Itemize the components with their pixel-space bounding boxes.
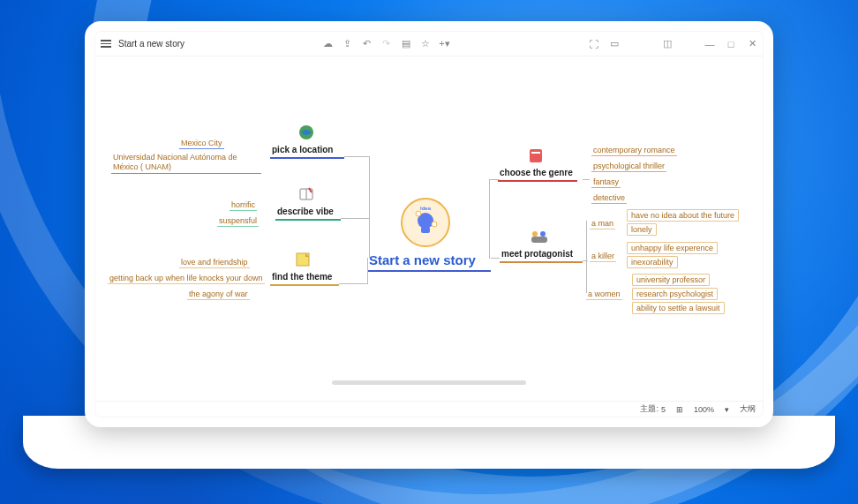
share-icon[interactable]: ⇪ (342, 39, 353, 49)
note-icon (295, 252, 311, 267)
svg-rect-1 (421, 227, 430, 233)
leaf-vibe-0[interactable]: horrific (230, 200, 257, 209)
status-topic: 主题: 5 (640, 403, 666, 415)
undo-icon[interactable]: ↶ (362, 39, 373, 49)
svg-rect-14 (531, 237, 547, 243)
leaf-killer-1[interactable]: inexorability (627, 258, 678, 267)
star-icon[interactable]: ☆ (420, 39, 431, 49)
window-title: Start a new story (118, 39, 184, 49)
leaf-women-1[interactable]: research psychologist (632, 290, 718, 298)
maximize-icon[interactable]: □ (726, 39, 736, 49)
leaf-killer-0[interactable]: unhappy life experence (627, 244, 718, 252)
book-icon (298, 186, 314, 202)
horizontal-scrollbar[interactable] (332, 380, 526, 385)
cloud-icon[interactable]: ☁ (323, 39, 334, 49)
svg-text:Idea: Idea (420, 206, 432, 211)
add-icon[interactable]: +▾ (440, 39, 450, 49)
leaf-genre-0[interactable]: contemporary romance (591, 146, 677, 154)
leaf-women-2[interactable]: ability to settle a lawsuit (632, 304, 725, 312)
minimize-icon[interactable]: — (704, 39, 715, 49)
svg-point-3 (432, 222, 437, 227)
present-icon[interactable]: ▭ (609, 39, 620, 49)
center-node[interactable]: Start a new story (369, 252, 476, 267)
status-outline[interactable]: 大纲 (740, 403, 756, 415)
topic-vibe[interactable]: describe vibe (277, 207, 334, 216)
close-icon[interactable]: ✕ (747, 39, 757, 49)
mindmap-canvas[interactable]: Idea Start a new story pick a location M… (95, 56, 763, 401)
statusbar: 主题: 5 ⊞ 100% ▾ 大纲 (95, 401, 763, 417)
svg-point-13 (540, 231, 546, 237)
svg-point-2 (416, 211, 421, 216)
book-red-icon (528, 147, 544, 163)
people-icon (530, 229, 549, 244)
leaf-genre-1[interactable]: psychological thriller (591, 162, 666, 170)
laptop-bezel: Start a new story ☁ ⇪ ↶ ↷ ▤ ☆ +▾ ⛶ ▭ ◫ —… (85, 21, 773, 427)
titlebar: Start a new story ☁ ⇪ ↶ ↷ ▤ ☆ +▾ ⛶ ▭ ◫ —… (95, 32, 763, 56)
format-icon[interactable]: ▤ (401, 39, 411, 49)
redo-icon[interactable]: ↷ (381, 39, 392, 49)
group-killer[interactable]: a killer (590, 252, 616, 260)
globe-icon (298, 124, 314, 140)
app-window: Start a new story ☁ ⇪ ↶ ↷ ▤ ☆ +▾ ⛶ ▭ ◫ —… (95, 32, 763, 417)
svg-rect-11 (531, 152, 540, 154)
leaf-theme-2[interactable]: the agony of war (187, 290, 250, 298)
group-women[interactable]: a women (586, 290, 622, 298)
leaf-vibe-1[interactable]: suspensful (217, 216, 259, 225)
topic-location[interactable]: pick a location (272, 145, 333, 154)
zoom-dropdown-icon[interactable]: ▾ (725, 405, 729, 414)
group-man[interactable]: a man (590, 219, 615, 228)
leaf-location-0[interactable]: Mexico City (179, 139, 224, 147)
idea-icon: Idea (401, 198, 450, 247)
leaf-man-0[interactable]: have no idea about the future (627, 211, 739, 220)
hamburger-icon[interactable] (101, 38, 111, 49)
leaf-genre-2[interactable]: fantasy (591, 177, 621, 186)
topic-protagonist[interactable]: meet protagonist (501, 249, 573, 259)
leaf-theme-0[interactable]: love and friendship (179, 258, 250, 267)
topic-genre[interactable]: choose the genre (500, 168, 573, 177)
center-view-icon[interactable]: ⊞ (676, 405, 683, 414)
status-zoom[interactable]: 100% (694, 405, 714, 414)
leaf-genre-3[interactable]: detective (591, 193, 627, 202)
leaf-location-1[interactable]: Universidad Nacional Autónoma de México … (111, 152, 261, 174)
svg-rect-10 (530, 149, 542, 162)
svg-point-12 (532, 231, 538, 237)
leaf-man-1[interactable]: lonely (627, 225, 657, 234)
leaf-theme-1[interactable]: getting back up when life knocks your do… (108, 274, 265, 282)
leaf-women-0[interactable]: university professor (632, 275, 710, 284)
fit-icon[interactable]: ⛶ (588, 39, 598, 49)
topic-theme[interactable]: find the theme (272, 272, 332, 282)
panel-icon[interactable]: ◫ (662, 39, 673, 49)
